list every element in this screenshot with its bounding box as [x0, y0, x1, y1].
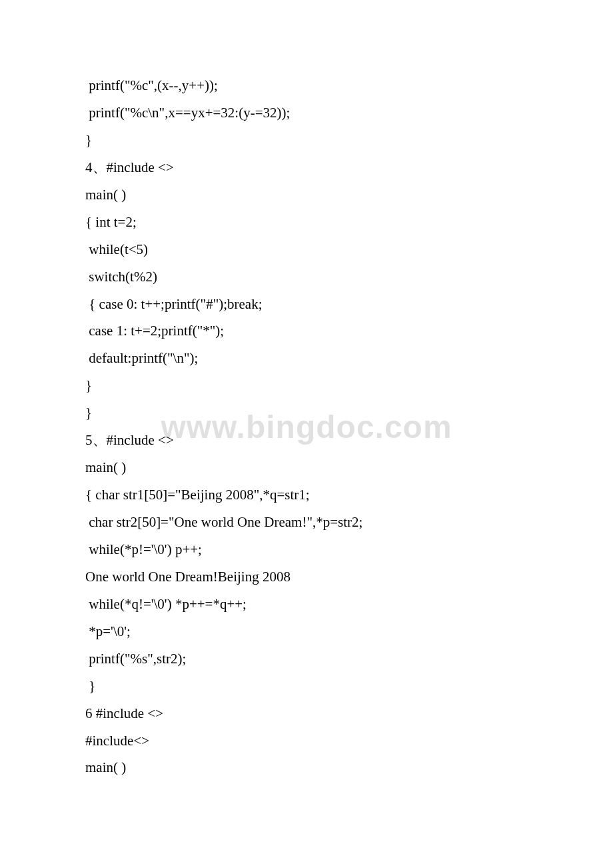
code-line: default:printf("\n"); — [85, 345, 528, 372]
code-line: } — [85, 127, 528, 154]
code-line: } — [85, 399, 528, 427]
code-line: main( ) — [85, 454, 528, 481]
code-line: { case 0: t++;printf("#");break; — [85, 291, 528, 318]
code-line: switch(t%2) — [85, 263, 528, 291]
code-line: main( ) — [85, 754, 528, 781]
code-line: #include<> — [85, 727, 528, 755]
code-line: } — [85, 372, 528, 399]
code-line: *p='\0'; — [85, 618, 528, 645]
code-line: } — [85, 673, 528, 700]
code-line: { char str1[50]="Beijing 2008",*q=str1; — [85, 481, 528, 509]
code-line: while(t<5) — [85, 236, 528, 263]
code-line: printf("%c\n",x==yx+=32:(y-=32)); — [85, 99, 528, 127]
code-line: 6 #include <> — [85, 700, 528, 727]
code-line: 4、#include <> — [85, 154, 528, 181]
code-line: while(*q!='\0') *p++=*q++; — [85, 591, 528, 618]
code-line: char str2[50]="One world One Dream!",*p=… — [85, 509, 528, 536]
code-line: while(*p!='\0') p++; — [85, 536, 528, 563]
code-line: One world One Dream!Beijing 2008 — [85, 563, 528, 591]
code-line: 5、#include <> — [85, 427, 528, 454]
code-line: case 1: t+=2;printf("*"); — [85, 317, 528, 345]
code-line: printf("%s",str2); — [85, 645, 528, 673]
document-content: printf("%c",(x--,y++)); printf("%c\n",x=… — [85, 72, 528, 781]
code-line: printf("%c",(x--,y++)); — [85, 72, 528, 99]
code-line: { int t=2; — [85, 209, 528, 236]
code-line: main( ) — [85, 181, 528, 209]
